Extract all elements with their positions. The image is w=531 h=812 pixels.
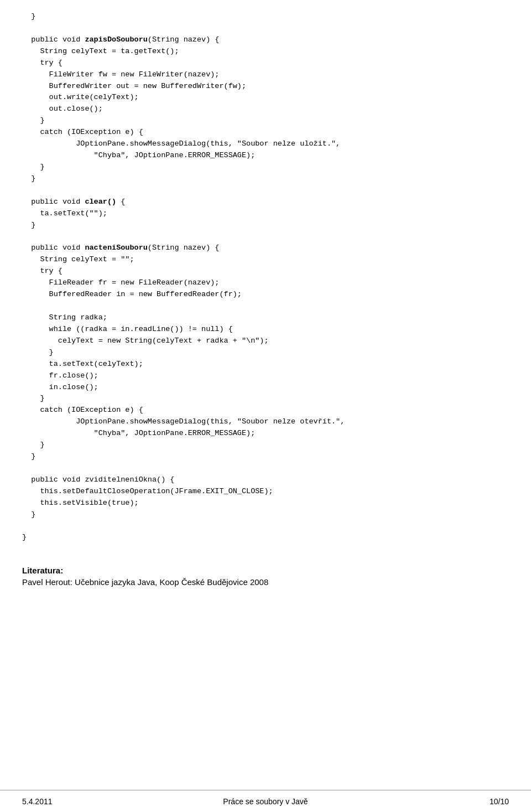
footer-title: Práce se soubory v Javě xyxy=(223,797,308,806)
code-section: } public void zapisDoSouboru(String naze… xyxy=(0,6,531,549)
literatura-section: Literatura: Pavel Herout: Učebnice jazyk… xyxy=(0,549,531,620)
code-block: } public void zapisDoSouboru(String naze… xyxy=(22,11,509,544)
footer-page: 10/10 xyxy=(490,797,509,806)
footer: 5.4.2011 Práce se soubory v Javě 10/10 xyxy=(0,790,531,812)
footer-date: 5.4.2011 xyxy=(22,797,53,806)
literatura-text: Pavel Herout: Učebnice jazyka Java, Koop… xyxy=(22,577,509,587)
page-container: } public void zapisDoSouboru(String naze… xyxy=(0,0,531,812)
literatura-title: Literatura: xyxy=(22,566,509,575)
